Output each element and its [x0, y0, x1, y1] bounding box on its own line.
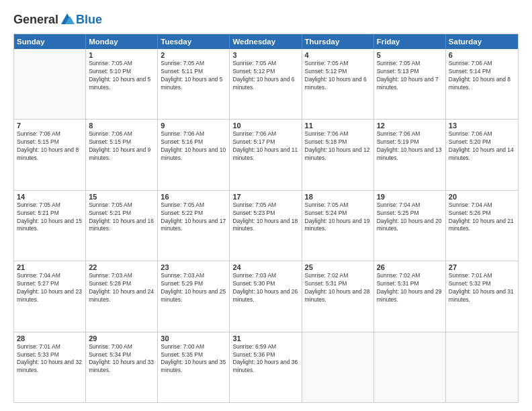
day-number: 13: [449, 122, 515, 130]
day-number: 26: [377, 263, 443, 271]
day-info: Sunrise: 7:03 AMSunset: 5:28 PMDaylight:…: [89, 272, 154, 304]
day-info: Sunrise: 7:05 AMSunset: 5:12 PMDaylight:…: [305, 60, 371, 92]
day-number: 28: [17, 334, 83, 342]
calendar-day-10: 10Sunrise: 7:06 AMSunset: 5:17 PMDayligh…: [230, 120, 302, 189]
calendar-day-1: 1Sunrise: 7:05 AMSunset: 5:10 PMDaylight…: [86, 49, 158, 119]
day-info: Sunrise: 7:04 AMSunset: 5:27 PMDaylight:…: [17, 272, 83, 304]
day-number: 12: [377, 122, 443, 130]
calendar-day-18: 18Sunrise: 7:05 AMSunset: 5:24 PMDayligh…: [302, 191, 374, 261]
page: General Blue SundayMondayTuesdayWednesda…: [0, 0, 532, 411]
day-info: Sunrise: 7:06 AMSunset: 5:15 PMDaylight:…: [17, 130, 83, 163]
calendar-empty-cell: [446, 332, 518, 402]
day-number: 4: [305, 51, 371, 59]
day-number: 6: [449, 51, 515, 59]
calendar-day-9: 9Sunrise: 7:06 AMSunset: 5:16 PMDaylight…: [158, 120, 230, 189]
day-info: Sunrise: 7:06 AMSunset: 5:15 PMDaylight:…: [89, 130, 154, 163]
day-number: 27: [449, 263, 515, 271]
calendar-header-friday: Friday: [374, 34, 446, 49]
day-number: 24: [232, 263, 298, 271]
day-info: Sunrise: 7:05 AMSunset: 5:23 PMDaylight:…: [232, 201, 298, 234]
day-info: Sunrise: 7:06 AMSunset: 5:16 PMDaylight:…: [161, 130, 226, 163]
calendar-day-4: 4Sunrise: 7:05 AMSunset: 5:12 PMDaylight…: [302, 49, 374, 119]
day-info: Sunrise: 7:06 AMSunset: 5:18 PMDaylight:…: [305, 130, 371, 163]
calendar-header-sunday: Sunday: [14, 34, 86, 49]
header: General Blue: [13, 12, 519, 27]
day-number: 14: [17, 193, 83, 201]
day-info: Sunrise: 7:05 AMSunset: 5:11 PMDaylight:…: [161, 60, 226, 92]
day-number: 1: [89, 51, 154, 59]
day-info: Sunrise: 7:04 AMSunset: 5:26 PMDaylight:…: [449, 201, 515, 234]
day-number: 16: [161, 193, 226, 201]
calendar-body: 1Sunrise: 7:05 AMSunset: 5:10 PMDaylight…: [14, 49, 518, 402]
calendar-day-24: 24Sunrise: 7:03 AMSunset: 5:30 PMDayligh…: [230, 261, 302, 331]
calendar-week-2: 7Sunrise: 7:06 AMSunset: 5:15 PMDaylight…: [14, 120, 518, 190]
calendar-day-15: 15Sunrise: 7:05 AMSunset: 5:21 PMDayligh…: [86, 191, 158, 261]
calendar-empty-cell: [302, 332, 374, 402]
day-info: Sunrise: 7:06 AMSunset: 5:19 PMDaylight:…: [377, 130, 443, 163]
logo-icon: [60, 12, 75, 27]
day-info: Sunrise: 7:05 AMSunset: 5:24 PMDaylight:…: [305, 201, 371, 234]
calendar-week-5: 28Sunrise: 7:01 AMSunset: 5:33 PMDayligh…: [14, 332, 518, 402]
day-number: 10: [232, 122, 298, 130]
calendar-empty-cell: [14, 49, 86, 119]
logo: General Blue: [13, 12, 102, 27]
day-number: 7: [17, 122, 83, 130]
calendar-day-8: 8Sunrise: 7:06 AMSunset: 5:15 PMDaylight…: [86, 120, 158, 189]
calendar-day-26: 26Sunrise: 7:02 AMSunset: 5:31 PMDayligh…: [374, 261, 446, 331]
day-info: Sunrise: 7:05 AMSunset: 5:10 PMDaylight:…: [89, 60, 154, 92]
day-number: 2: [161, 51, 226, 59]
calendar-empty-cell: [374, 332, 446, 402]
day-info: Sunrise: 7:06 AMSunset: 5:17 PMDaylight:…: [232, 130, 298, 163]
day-number: 5: [377, 51, 443, 59]
day-info: Sunrise: 7:01 AMSunset: 5:32 PMDaylight:…: [449, 272, 515, 304]
day-number: 22: [89, 263, 154, 271]
calendar-day-23: 23Sunrise: 7:03 AMSunset: 5:29 PMDayligh…: [158, 261, 230, 331]
calendar-day-21: 21Sunrise: 7:04 AMSunset: 5:27 PMDayligh…: [14, 261, 86, 331]
calendar-day-29: 29Sunrise: 7:00 AMSunset: 5:34 PMDayligh…: [86, 332, 158, 402]
day-info: Sunrise: 7:00 AMSunset: 5:34 PMDaylight:…: [89, 343, 154, 375]
calendar-header-thursday: Thursday: [302, 34, 374, 49]
day-info: Sunrise: 7:05 AMSunset: 5:21 PMDaylight:…: [89, 201, 154, 234]
calendar-day-13: 13Sunrise: 7:06 AMSunset: 5:20 PMDayligh…: [446, 120, 518, 189]
day-info: Sunrise: 7:05 AMSunset: 5:21 PMDaylight:…: [17, 201, 83, 234]
day-info: Sunrise: 7:04 AMSunset: 5:25 PMDaylight:…: [377, 201, 443, 234]
calendar-header-monday: Monday: [86, 34, 158, 49]
calendar-day-16: 16Sunrise: 7:05 AMSunset: 5:22 PMDayligh…: [158, 191, 230, 261]
day-info: Sunrise: 7:00 AMSunset: 5:35 PMDaylight:…: [161, 343, 226, 375]
day-number: 11: [305, 122, 371, 130]
calendar-day-5: 5Sunrise: 7:05 AMSunset: 5:13 PMDaylight…: [374, 49, 446, 119]
day-info: Sunrise: 7:05 AMSunset: 5:12 PMDaylight:…: [232, 60, 298, 92]
calendar-week-3: 14Sunrise: 7:05 AMSunset: 5:21 PMDayligh…: [14, 191, 518, 261]
day-number: 20: [449, 193, 515, 201]
day-info: Sunrise: 7:02 AMSunset: 5:31 PMDaylight:…: [305, 272, 371, 304]
day-info: Sunrise: 7:03 AMSunset: 5:30 PMDaylight:…: [232, 272, 298, 304]
calendar: SundayMondayTuesdayWednesdayThursdayFrid…: [13, 34, 519, 403]
day-info: Sunrise: 7:05 AMSunset: 5:22 PMDaylight:…: [161, 201, 226, 234]
calendar-day-25: 25Sunrise: 7:02 AMSunset: 5:31 PMDayligh…: [302, 261, 374, 331]
calendar-day-12: 12Sunrise: 7:06 AMSunset: 5:19 PMDayligh…: [374, 120, 446, 189]
logo-blue-text: Blue: [76, 13, 102, 27]
day-info: Sunrise: 7:03 AMSunset: 5:29 PMDaylight:…: [161, 272, 226, 304]
logo-general-text: General: [13, 13, 58, 27]
calendar-day-31: 31Sunrise: 6:59 AMSunset: 5:36 PMDayligh…: [230, 332, 302, 402]
day-number: 18: [305, 193, 371, 201]
calendar-day-17: 17Sunrise: 7:05 AMSunset: 5:23 PMDayligh…: [230, 191, 302, 261]
day-number: 30: [161, 334, 226, 342]
calendar-day-6: 6Sunrise: 7:06 AMSunset: 5:14 PMDaylight…: [446, 49, 518, 119]
calendar-day-14: 14Sunrise: 7:05 AMSunset: 5:21 PMDayligh…: [14, 191, 86, 261]
day-info: Sunrise: 7:01 AMSunset: 5:33 PMDaylight:…: [17, 343, 83, 375]
day-number: 8: [89, 122, 154, 130]
calendar-day-2: 2Sunrise: 7:05 AMSunset: 5:11 PMDaylight…: [158, 49, 230, 119]
day-number: 15: [89, 193, 154, 201]
calendar-day-11: 11Sunrise: 7:06 AMSunset: 5:18 PMDayligh…: [302, 120, 374, 189]
calendar-day-22: 22Sunrise: 7:03 AMSunset: 5:28 PMDayligh…: [86, 261, 158, 331]
calendar-header-row: SundayMondayTuesdayWednesdayThursdayFrid…: [14, 34, 518, 49]
calendar-day-20: 20Sunrise: 7:04 AMSunset: 5:26 PMDayligh…: [446, 191, 518, 261]
day-number: 21: [17, 263, 83, 271]
day-number: 23: [161, 263, 226, 271]
day-info: Sunrise: 7:05 AMSunset: 5:13 PMDaylight:…: [377, 60, 443, 92]
day-info: Sunrise: 7:02 AMSunset: 5:31 PMDaylight:…: [377, 272, 443, 304]
calendar-day-19: 19Sunrise: 7:04 AMSunset: 5:25 PMDayligh…: [374, 191, 446, 261]
calendar-day-7: 7Sunrise: 7:06 AMSunset: 5:15 PMDaylight…: [14, 120, 86, 189]
day-info: Sunrise: 7:06 AMSunset: 5:14 PMDaylight:…: [449, 60, 515, 92]
